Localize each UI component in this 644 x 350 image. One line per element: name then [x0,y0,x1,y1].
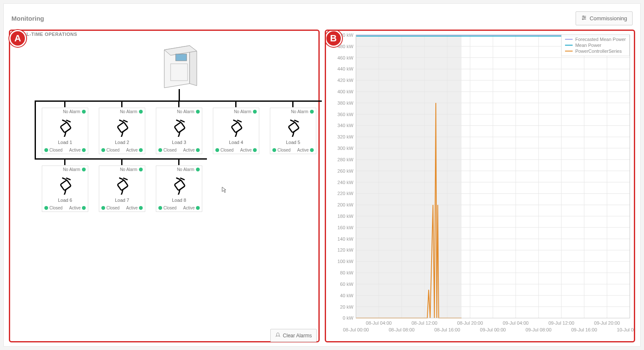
load-status-row: Closed Active [42,147,88,154]
status-dot-icon [196,168,200,171]
svg-text:380 kW: 380 kW [337,100,353,106]
svg-point-3 [584,17,585,18]
legend-item: Forecasted Mean Power [565,36,626,42]
svg-rect-11 [60,122,71,133]
status-dot-icon [253,148,257,152]
svg-rect-26 [60,180,71,190]
plug-icon [170,117,189,137]
controller-device-icon [158,43,200,90]
sliders-icon [581,15,587,22]
load-card-6[interactable]: No Alarm Load 6 Closed Active [42,166,88,212]
clear-alarms-button[interactable]: Clear Alarms [270,329,317,342]
svg-text:10-Jul 00:00: 10-Jul 00:00 [617,327,634,332]
plug-icon [113,175,132,195]
svg-line-15 [120,119,123,123]
panel-power-chart: B 0 kW20 kW40 kW60 kW80 kW100 kW120 kW14… [325,30,636,342]
load-card-4[interactable]: No Alarm Load 4 Closed Active [213,108,259,154]
status-dot-icon [196,110,200,114]
svg-text:140 kW: 140 kW [337,236,353,241]
plug-icon [227,117,246,137]
legend-item: PowerControllerSeries [565,48,626,54]
svg-text:300 kW: 300 kW [337,146,353,151]
load-name-label: Load 4 [213,140,259,145]
plug-icon [56,175,75,195]
bell-icon [275,332,281,339]
svg-text:09-Jul 12:00: 09-Jul 12:00 [548,320,574,326]
load-name-label: Load 2 [99,140,145,145]
status-dot-icon [196,148,200,152]
load-status-row: Closed Active [99,147,145,154]
status-dot-icon [139,206,143,210]
load-status-row: Closed Active [270,147,316,154]
load-name-label: Load 1 [42,140,88,145]
load-card-1[interactable]: No Alarm Load 1 Closed Active [42,108,88,154]
load-card-5[interactable]: No Alarm Load 5 Closed Active [270,108,316,154]
load-card-8[interactable]: No Alarm Load 8 Closed Active [156,166,202,212]
svg-text:08-Jul 12:00: 08-Jul 12:00 [411,320,437,326]
status-dot-icon [253,110,257,114]
plug-icon [113,117,132,137]
svg-rect-9 [176,54,187,61]
svg-text:20 kW: 20 kW [340,304,353,309]
annotation-badge-b: B [325,30,342,47]
load-card-2[interactable]: No Alarm Load 2 Closed Active [99,108,145,154]
svg-text:180 kW: 180 kW [337,214,353,219]
svg-text:400 kW: 400 kW [337,89,353,94]
status-dot-icon [215,148,219,152]
svg-text:280 kW: 280 kW [337,157,353,162]
svg-text:09-Jul 04:00: 09-Jul 04:00 [503,320,528,326]
svg-text:08-Jul 08:00: 08-Jul 08:00 [389,327,414,332]
plug-icon [170,175,189,195]
load-status-row: Closed Active [42,204,88,212]
load-card-3[interactable]: No Alarm Load 3 Closed Active [156,108,202,154]
svg-text:60 kW: 60 kW [340,282,353,287]
alarm-status: No Alarm [42,108,88,115]
svg-point-1 [583,16,584,16]
svg-text:260 kW: 260 kW [337,168,353,174]
svg-rect-37 [356,35,461,318]
status-dot-icon [310,110,314,114]
svg-line-24 [291,119,294,123]
header: Monitoring Commissioning [4,4,640,30]
load-card-7[interactable]: No Alarm Load 7 Closed Active [99,166,145,212]
status-dot-icon [82,110,86,114]
status-dot-icon [44,206,48,210]
load-status-row: Closed Active [99,204,145,212]
annotation-badge-a: A [9,30,26,47]
svg-text:08-Jul 20:00: 08-Jul 20:00 [457,320,483,326]
status-dot-icon [139,110,143,114]
network-diagram: No Alarm Load 1 Closed Active No Alarm [10,31,318,341]
svg-text:480 kW: 480 kW [337,44,353,49]
svg-text:0 kW: 0 kW [342,315,353,320]
svg-text:320 kW: 320 kW [337,134,353,139]
alarm-status: No Alarm [99,166,145,173]
svg-rect-20 [231,122,242,133]
svg-rect-32 [174,180,185,190]
svg-text:120 kW: 120 kW [337,248,353,253]
status-dot-icon [158,206,162,210]
legend-swatch-icon [565,45,573,46]
svg-text:08-Jul 04:00: 08-Jul 04:00 [366,320,391,326]
alarm-status: No Alarm [42,166,88,173]
alarm-status: No Alarm [156,166,202,173]
power-chart[interactable]: 0 kW20 kW40 kW60 kW80 kW100 kW120 kW140 … [326,31,634,341]
alarm-status: No Alarm [213,108,259,115]
svg-line-30 [120,177,123,181]
status-dot-icon [272,148,276,152]
status-dot-icon [158,148,162,152]
svg-line-27 [62,177,66,181]
svg-text:40 kW: 40 kW [340,293,353,298]
content-row: A REAL-TIME OPERATIONS [4,30,640,347]
svg-text:80 kW: 80 kW [340,270,353,275]
svg-line-18 [177,119,180,123]
svg-text:200 kW: 200 kW [337,202,353,207]
svg-text:08-Jul 00:00: 08-Jul 00:00 [343,327,369,332]
svg-text:09-Jul 08:00: 09-Jul 08:00 [525,327,551,332]
svg-line-21 [234,119,237,123]
status-dot-icon [196,206,200,210]
commissioning-button[interactable]: Commissioning [576,11,633,25]
svg-text:360 kW: 360 kW [337,112,353,117]
alarm-status: No Alarm [99,108,145,115]
chart-legend: Forecasted Mean PowerMean PowerPowerCont… [561,34,630,56]
legend-item: Mean Power [565,42,626,48]
